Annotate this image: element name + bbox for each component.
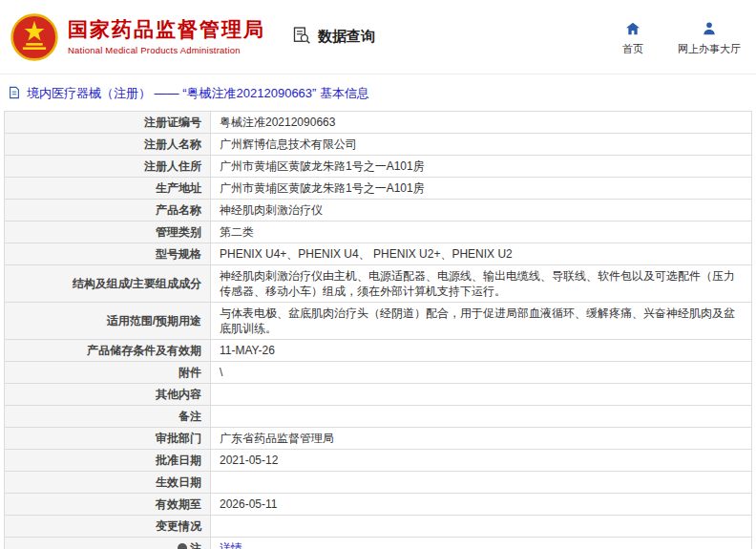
row-label: 其他内容 [5, 384, 211, 406]
row-label: 批准日期 [5, 450, 211, 472]
row-value: 与体表电极、盆底肌肉治疗头（经阴道）配合，用于促进局部血液循环、缓解疼痛、兴奋神… [211, 303, 752, 340]
row-value [211, 516, 752, 538]
row-label: 有效期至 [5, 494, 211, 516]
table-row: 适用范围/预期用途 与体表电极、盆底肌肉治疗头（经阴道）配合，用于促进局部血液循… [5, 303, 752, 340]
table-row: 注册证编号 粤械注准20212090663 [5, 112, 752, 134]
row-label: 注册证编号 [5, 112, 211, 134]
row-label: 生产地址 [5, 178, 211, 200]
row-value: 粤械注准20212090663 [211, 112, 752, 134]
row-label: 附件 [5, 362, 211, 384]
table-row: 管理类别 第二类 [5, 222, 752, 243]
table-row: 生效日期 [5, 472, 752, 494]
national-emblem-icon [10, 12, 59, 62]
note-icon [178, 543, 187, 549]
row-value: 广州市黄埔区黄陂龙朱路1号之一A101房 [211, 178, 752, 200]
data-query-label: 数据查询 [318, 28, 375, 46]
row-value: 广州辉博信息技术有限公司 [211, 134, 752, 156]
note-label: 注 [190, 541, 201, 549]
row-value: 2026-05-11 [211, 494, 752, 516]
row-label: 注册人名称 [5, 134, 211, 156]
nav-home-label: 首页 [622, 42, 643, 56]
org-name-en: National Medical Products Administration [68, 45, 265, 55]
brand-text: 国家药品监督管理局 National Medical Products Admi… [68, 18, 265, 54]
table-row: 其他内容 [5, 384, 752, 406]
row-value: PHENIX U4+、PHENIX U4、 PHENIX U2+、PHENIX … [211, 243, 752, 265]
breadcrumb: 境内医疗器械（注册） —— “粤械注准20212090663” 基本信息 [0, 74, 756, 111]
row-value: 神经肌肉刺激治疗仪由主机、电源适配器、电源线、输出电缆线、导联线、软件包以及可选… [211, 265, 752, 303]
table-row: 批准日期 2021-05-12 [5, 450, 752, 472]
table-row: 结构及组成/主要组成成分 神经肌肉刺激治疗仪由主机、电源适配器、电源线、输出电缆… [5, 265, 752, 303]
document-icon [8, 86, 21, 102]
top-nav: 首页 网上办事大厅 [617, 17, 741, 56]
row-value [211, 472, 752, 494]
row-label: 审批部门 [5, 428, 211, 450]
header: 国家药品监督管理局 National Medical Products Admi… [0, 0, 756, 74]
row-label: 产品储存条件及有效期 [5, 340, 211, 362]
table-row: 有效期至 2026-05-11 [5, 494, 752, 516]
table-row: 附件 \ [5, 362, 752, 384]
page-title: 境内医疗器械（注册） —— “粤械注准20212090663” 基本信息 [27, 85, 369, 102]
table-row: 型号规格 PHENIX U4+、PHENIX U4、 PHENIX U2+、PH… [5, 243, 752, 265]
row-value: 广州市黄埔区黄陂龙朱路1号之一A101房 [211, 156, 752, 178]
table-row: 产品储存条件及有效期 11-MAY-26 [5, 340, 752, 362]
row-value: 神经肌肉刺激治疗仪 [211, 200, 752, 222]
table-row: 生产地址 广州市黄埔区黄陂龙朱路1号之一A101房 [5, 178, 752, 200]
row-label: 备注 [5, 406, 211, 428]
org-name-cn: 国家药品监督管理局 [68, 18, 265, 41]
row-label: 变更情况 [5, 516, 211, 538]
row-label: 结构及组成/主要组成成分 [5, 265, 211, 303]
row-value: 详情 [211, 538, 752, 549]
row-value [211, 406, 752, 428]
row-value: 广东省药品监督管理局 [211, 428, 752, 450]
row-value: \ [211, 362, 752, 384]
row-value: 11-MAY-26 [211, 340, 752, 362]
registration-info-table: 注册证编号 粤械注准20212090663 注册人名称 广州辉博信息技术有限公司… [4, 111, 752, 549]
row-label: 生效日期 [5, 472, 211, 494]
row-label: 适用范围/预期用途 [5, 303, 211, 340]
home-icon [625, 21, 640, 38]
table-row: 注册人住所 广州市黄埔区黄陂龙朱路1号之一A101房 [5, 156, 752, 178]
row-value [211, 384, 752, 406]
table-row: 注 详情 [5, 538, 752, 549]
table-row: 审批部门 广东省药品监督管理局 [5, 428, 752, 450]
nav-item-service-hall[interactable]: 网上办事大厅 [678, 21, 741, 56]
nav-item-home[interactable]: 首页 [617, 21, 649, 56]
table-row: 备注 [5, 406, 752, 428]
row-value: 第二类 [211, 222, 752, 243]
nav-service-hall-label: 网上办事大厅 [678, 42, 741, 56]
row-value: 2021-05-12 [211, 450, 752, 472]
row-label: 产品名称 [5, 200, 211, 222]
row-label: 管理类别 [5, 222, 211, 243]
person-icon [702, 21, 717, 38]
row-label: 注册人住所 [5, 156, 211, 178]
data-query-icon [292, 26, 311, 48]
row-label-note: 注 [5, 538, 211, 549]
row-label: 型号规格 [5, 243, 211, 265]
table-row: 注册人名称 广州辉博信息技术有限公司 [5, 134, 752, 156]
table-row: 变更情况 [5, 516, 752, 538]
data-query-tab[interactable]: 数据查询 [292, 26, 375, 48]
brand[interactable]: 国家药品监督管理局 National Medical Products Admi… [10, 12, 265, 62]
detail-link[interactable]: 详情 [220, 541, 242, 549]
table-row: 产品名称 神经肌肉刺激治疗仪 [5, 200, 752, 222]
